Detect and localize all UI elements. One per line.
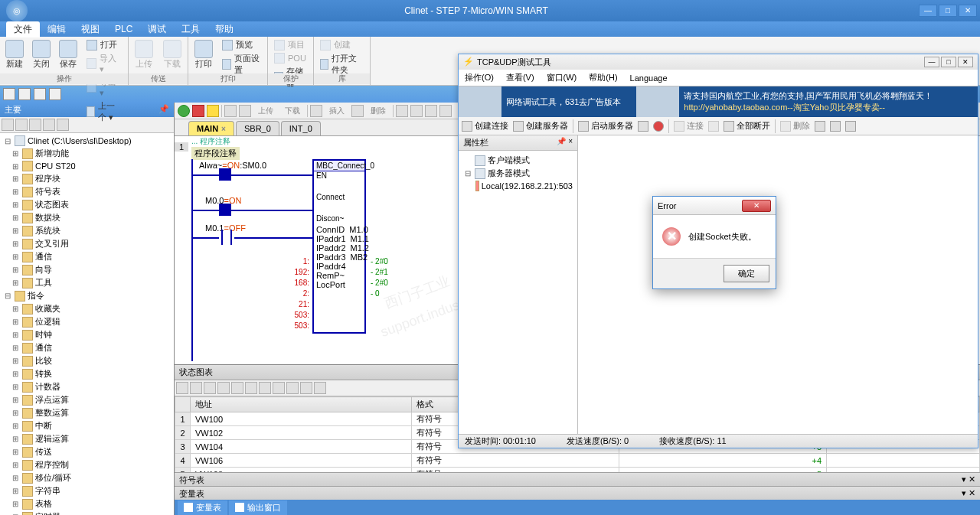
menu-file[interactable]: 文件: [6, 21, 40, 37]
tree-node[interactable]: ⊞新增功能: [2, 147, 172, 160]
menu-help[interactable]: 帮助: [207, 21, 241, 37]
tool-close[interactable]: ✕: [958, 57, 973, 67]
minimize-button[interactable]: —: [919, 5, 937, 17]
tb-icon[interactable]: [57, 119, 69, 131]
tree-node[interactable]: ⊞向导: [2, 263, 172, 276]
quick-save-icon[interactable]: [34, 88, 46, 100]
tb-start-server[interactable]: 启动服务器: [578, 120, 633, 132]
run-icon[interactable]: [178, 105, 190, 117]
tree-node[interactable]: ⊞逻辑运算: [2, 432, 172, 445]
tool-menu-view[interactable]: 查看(V): [506, 72, 534, 83]
tree-node[interactable]: ⊞比较: [2, 354, 172, 367]
tb-disconnect-all[interactable]: 全部断开: [724, 120, 770, 132]
tab-main[interactable]: MAIN×: [188, 121, 234, 135]
menu-debug[interactable]: 调试: [140, 21, 174, 37]
error-ok-button[interactable]: 确定: [724, 265, 769, 282]
tree-local-server[interactable]: Local(192.168.2.21):503: [462, 180, 574, 192]
ribbon-preview[interactable]: 预览: [219, 38, 264, 51]
function-block[interactable]: MBC_Connect_0 ENConnectDiscon~ConnIDM1.0…: [312, 159, 366, 334]
tb-icon[interactable]: [259, 382, 271, 394]
quick-new-icon[interactable]: [3, 88, 15, 100]
tree-node[interactable]: ⊞定时器: [2, 510, 172, 515]
ribbon-download[interactable]: 下载: [160, 38, 185, 73]
ribbon-open[interactable]: 打开: [83, 38, 125, 51]
tool-title-bar[interactable]: ⚡ TCP&UDP测试工具 — □ ✕: [459, 54, 978, 70]
tb-delete[interactable]: 删除: [780, 120, 810, 132]
tb-icon[interactable]: [176, 382, 188, 394]
tb-icon[interactable]: [439, 105, 452, 117]
tool-menu-help[interactable]: 帮助(H): [589, 72, 617, 83]
tree-node[interactable]: ⊞转换: [2, 367, 172, 380]
stop-icon[interactable]: [192, 105, 204, 117]
tb-icon[interactable]: [2, 119, 14, 131]
tree-node[interactable]: ⊞程序控制: [2, 458, 172, 471]
ribbon-import[interactable]: 导入 ▾: [83, 52, 125, 75]
tree-node[interactable]: ⊞工具: [2, 276, 172, 289]
tb-create-server[interactable]: 创建服务器: [513, 120, 568, 132]
tb-icon[interactable]: [231, 382, 243, 394]
tb-icon[interactable]: [314, 382, 326, 394]
tree-node[interactable]: ⊞表格: [2, 497, 172, 510]
ribbon-create[interactable]: 创建: [317, 38, 367, 51]
tool-menu-window[interactable]: 窗口(W): [547, 72, 577, 83]
maximize-button[interactable]: □: [939, 5, 957, 17]
pin-icon[interactable]: 📌 ×: [557, 137, 573, 148]
tree-node[interactable]: ⊞中断: [2, 419, 172, 432]
tb-icon[interactable]: [43, 119, 55, 131]
tb-icon[interactable]: [204, 382, 216, 394]
tree-node[interactable]: ⊞通信: [2, 250, 172, 263]
tb-disconnect-icon[interactable]: [708, 121, 719, 132]
tb-icon[interactable]: [245, 382, 257, 394]
tb-icon[interactable]: [410, 105, 423, 117]
tree-node[interactable]: ⊞数据块: [2, 211, 172, 224]
tree-node[interactable]: ⊞通信: [2, 341, 172, 354]
tb-icon[interactable]: [830, 121, 841, 132]
ribbon-prev[interactable]: 上一个 ▾: [83, 99, 125, 124]
app-orb[interactable]: ◎: [6, 0, 28, 21]
tree-node[interactable]: ⊞CPU ST20: [2, 160, 172, 172]
tool-menu-op[interactable]: 操作(O): [465, 72, 494, 83]
tree-node[interactable]: ⊞状态图表: [2, 198, 172, 211]
tree-node[interactable]: ⊞传送: [2, 445, 172, 458]
symbol-table-panel[interactable]: 符号表▾ ✕: [175, 472, 980, 486]
tree-server-mode[interactable]: ⊟服务器模式: [462, 167, 574, 180]
error-close-button[interactable]: ✕: [742, 200, 771, 212]
tb-icon[interactable]: [190, 382, 202, 394]
error-title-bar[interactable]: Error ✕: [653, 197, 776, 215]
menu-view[interactable]: 视图: [74, 21, 107, 37]
tb-icon[interactable]: [351, 105, 364, 117]
tb-icon[interactable]: [396, 105, 408, 117]
project-tree[interactable]: ⊟Clinet (C:\Users\sl\Desktop) ⊞新增功能⊞CPU …: [0, 133, 174, 515]
quick-open-icon[interactable]: [18, 88, 31, 100]
tab-sbr0[interactable]: SBR_0: [236, 121, 279, 135]
tab-close-icon[interactable]: ×: [221, 125, 226, 133]
bottom-tab-vars[interactable]: 变量表: [178, 500, 227, 515]
tb-icon[interactable]: [845, 121, 856, 132]
tree-node[interactable]: ⊞程序块: [2, 172, 172, 185]
pause-icon[interactable]: [207, 105, 219, 117]
tab-int0[interactable]: INT_0: [281, 121, 321, 135]
ribbon-close[interactable]: 关闭: [30, 38, 54, 73]
menu-plc[interactable]: PLC: [107, 22, 140, 36]
tree-node[interactable]: ⊞收藏夹: [2, 302, 172, 315]
panel-pin-icon[interactable]: 📌: [158, 104, 169, 116]
tb-connect[interactable]: 连接: [674, 120, 704, 132]
tb-icon[interactable]: [286, 382, 299, 394]
tb-icon[interactable]: [815, 121, 825, 132]
tb-del-icon[interactable]: [653, 121, 664, 132]
tool-minimize[interactable]: —: [924, 57, 939, 67]
tb-icon[interactable]: [224, 105, 237, 117]
tree-node[interactable]: ⊞整数运算: [2, 406, 172, 419]
tb-icon[interactable]: [425, 105, 437, 117]
quick-print-icon[interactable]: [49, 88, 61, 100]
tree-node[interactable]: ⊞计数器: [2, 380, 172, 393]
tree-node[interactable]: ⊞系统块: [2, 224, 172, 237]
tb-stop-icon[interactable]: [638, 121, 648, 132]
tb-icon[interactable]: [273, 382, 285, 394]
tree-node[interactable]: ⊞浮点运算: [2, 393, 172, 406]
menu-edit[interactable]: 编辑: [40, 21, 74, 37]
tb-icon[interactable]: [310, 105, 322, 117]
tree-node[interactable]: ⊞位逻辑: [2, 315, 172, 328]
ribbon-project[interactable]: 项目: [271, 38, 310, 51]
tb-icon[interactable]: [300, 382, 312, 394]
